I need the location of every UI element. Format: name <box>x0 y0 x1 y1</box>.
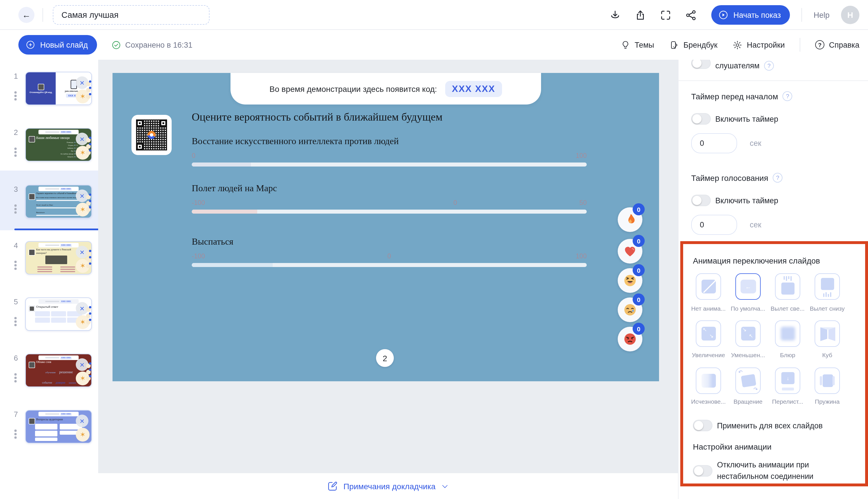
slide-thumbnail-4[interactable]: XXX XXX Как часто вы думаете о Римской и… <box>25 241 92 275</box>
anim-tile-rotate[interactable]: ↶↷ <box>735 367 761 394</box>
mini-slider: Восстание искусственного интеллекта прот… <box>36 196 79 201</box>
slide-thumbnail-1[interactable]: Отсканируйте QR-код, join.interum.pro XX… <box>25 72 92 105</box>
timer-vote-seconds-input[interactable] <box>691 215 737 235</box>
fire-icon <box>623 213 637 227</box>
slider-track[interactable] <box>192 263 587 267</box>
fly-bottom-icon <box>821 278 834 290</box>
slide-menu-button[interactable] <box>14 429 16 438</box>
reaction-heart-button[interactable]: 0 <box>618 239 642 264</box>
slide-menu-button[interactable] <box>14 204 16 213</box>
ai-sparkle-button[interactable]: ✶ <box>76 428 89 441</box>
saved-status: Сохранено в 16:31 <box>111 30 193 60</box>
selected-slide-underline <box>14 228 98 230</box>
fade-icon <box>702 374 716 388</box>
reaction-sad-button[interactable]: 0 <box>618 297 642 322</box>
anim-tile-fade[interactable] <box>696 367 721 394</box>
mini-reactions <box>86 364 91 381</box>
slide-thumbnail-7[interactable]: XXX XXX Вопросы аудитории × ✶ <box>25 410 92 443</box>
divider <box>42 8 43 22</box>
slide-thumbnail-6[interactable]: XXX XXX Облако слов обучение решение соб… <box>25 354 92 387</box>
slide-menu-button[interactable] <box>14 261 16 270</box>
mini-code-banner: XXX XXX <box>38 243 79 247</box>
mini-answer-cards <box>35 311 82 323</box>
reaction-laugh-button[interactable]: 0 <box>618 268 642 293</box>
slide-canvas[interactable]: Во время демонстрации здесь появится код… <box>112 73 659 381</box>
slide-menu-button[interactable] <box>14 317 16 326</box>
anim-tile-none[interactable] <box>696 273 721 300</box>
apply-all-toggle[interactable] <box>693 420 712 431</box>
brandbook-button[interactable]: Брендбук <box>669 40 718 50</box>
export-icon <box>634 9 646 21</box>
timer-before-toggle[interactable] <box>691 113 711 125</box>
saved-status-text: Сохранено в 16:31 <box>125 40 193 49</box>
anim-tile-fly-from-bottom[interactable] <box>815 273 840 300</box>
presentation-title-input[interactable]: Самая лучшая <box>53 5 210 25</box>
share-button[interactable] <box>684 8 698 22</box>
reference-button[interactable]: ? Справка <box>815 40 859 49</box>
slide-menu-button[interactable] <box>14 91 16 100</box>
anim-tile-default[interactable]: ← <box>735 273 761 300</box>
timer-vote-toggle-row: Включить таймер <box>691 195 858 206</box>
slide-menu-button[interactable] <box>14 148 16 157</box>
help-question-icon[interactable]: ? <box>773 173 782 183</box>
anim-tile-blur[interactable] <box>775 320 800 347</box>
mini-slider: Выспаться <box>36 211 79 216</box>
anim-tile-page-flip[interactable]: ↓ <box>775 367 800 394</box>
delete-slide-button[interactable]: × <box>76 415 88 427</box>
disable-animations-toggle[interactable] <box>693 465 712 476</box>
mini-code-banner: XXX XXX <box>38 299 79 304</box>
help-question-icon[interactable]: ? <box>764 61 774 71</box>
avatar[interactable]: H <box>841 6 859 24</box>
show-to-listeners-row: слушателям ? <box>691 61 858 71</box>
anim-tile-zoom-in[interactable]: ↖↘ <box>696 320 721 347</box>
slide-thumbnail-3[interactable]: XXX XXX Оцените вероятность событий в бл… <box>25 185 92 218</box>
slider-label[interactable]: Восстание искусственного интеллекта прот… <box>192 136 587 146</box>
reaction-fire-button[interactable]: 0 <box>618 207 642 232</box>
anim-tile-zoom-out[interactable]: ↘↖ <box>735 320 761 347</box>
settings-button[interactable]: Настройки <box>732 40 785 50</box>
reaction-angry-button[interactable]: 0 <box>618 327 642 351</box>
slides-sidebar: 1 Отсканируйте QR-код, join.interum.pro … <box>0 60 98 499</box>
slide-number: 3 <box>14 185 18 194</box>
fullscreen-icon <box>660 9 672 21</box>
slide-menu-button[interactable] <box>14 373 16 382</box>
new-slide-button[interactable]: Новый слайд <box>18 35 97 54</box>
mini-code-banner: XXX XXX <box>38 130 79 134</box>
back-button[interactable]: ← <box>18 7 35 23</box>
slider-track[interactable] <box>192 210 587 214</box>
timer-before-seconds-input[interactable] <box>691 133 737 153</box>
qr-code-icon <box>29 249 35 256</box>
laugh-icon <box>623 273 637 288</box>
slide-item-1: 1 Отсканируйте QR-код, join.interum.pro … <box>0 72 98 105</box>
new-slide-label: Новый слайд <box>40 40 88 49</box>
slider-track[interactable] <box>192 162 587 167</box>
slide-thumbnail-2[interactable]: XXX XXX Ваши любимые овощи Помидор0 Огур… <box>25 128 92 161</box>
fullscreen-button[interactable] <box>659 8 672 22</box>
anim-tile-fly-from-top[interactable] <box>775 273 800 300</box>
slide-number: 6 <box>14 354 18 362</box>
mini-reactions <box>86 195 91 212</box>
export-button[interactable] <box>633 8 647 22</box>
download-button[interactable] <box>608 8 622 22</box>
help-question-icon[interactable]: ? <box>783 91 793 101</box>
disable-animations-row: Отключить анимации при нестабильном соед… <box>693 459 855 482</box>
tick-max: 100 <box>576 253 587 259</box>
help-link[interactable]: Help <box>814 11 830 19</box>
slide-title[interactable]: Оцените вероятность событий в ближайшем … <box>192 111 443 123</box>
mini-code-banner: XXX XXX <box>38 187 79 191</box>
anim-tile-cube[interactable] <box>815 320 840 347</box>
speaker-notes-button[interactable]: Примечания докладчика <box>327 480 449 491</box>
anim-tile-spring[interactable] <box>815 367 840 394</box>
themes-button[interactable]: Темы <box>620 40 654 50</box>
slider-label[interactable]: Выспаться <box>192 236 587 247</box>
mini-code-banner: XXX XXX <box>38 355 79 360</box>
timer-vote-toggle[interactable] <box>691 195 711 206</box>
slide-thumbnail-5[interactable]: XXX XXX Открытый ответ × ✶ <box>25 297 92 331</box>
cube-icon <box>820 327 836 342</box>
slider-label[interactable]: Полет людей на Марс <box>192 183 587 194</box>
start-show-button[interactable]: Начать показ <box>711 5 790 25</box>
start-show-label: Начать показ <box>733 11 781 19</box>
topbar-actions: Начать показ Help H <box>608 0 859 30</box>
reference-label: Справка <box>829 40 859 49</box>
slide-number: 7 <box>14 410 18 418</box>
